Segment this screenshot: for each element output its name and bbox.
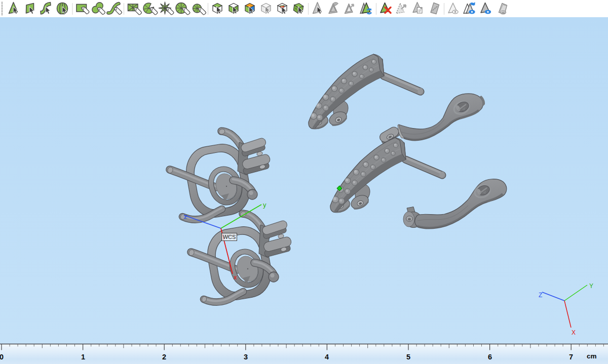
svg-text:cm: cm <box>587 352 597 360</box>
svg-text:5: 5 <box>406 353 410 361</box>
svg-text:y: y <box>263 201 267 209</box>
svg-text:z: z <box>184 213 187 220</box>
svg-text:3: 3 <box>244 353 248 361</box>
svg-text:Y: Y <box>589 282 593 290</box>
svg-text:x: x <box>234 273 237 281</box>
svg-text:0: 0 <box>0 353 4 361</box>
svg-text:Z: Z <box>539 292 542 299</box>
svg-text:2: 2 <box>162 353 166 361</box>
svg-text:4: 4 <box>325 353 329 361</box>
svg-text:1: 1 <box>81 353 85 361</box>
svg-text:7: 7 <box>569 353 573 361</box>
svg-text:X: X <box>572 329 576 336</box>
svg-text:6: 6 <box>488 353 492 361</box>
svg-text:WCS: WCS <box>223 234 236 240</box>
